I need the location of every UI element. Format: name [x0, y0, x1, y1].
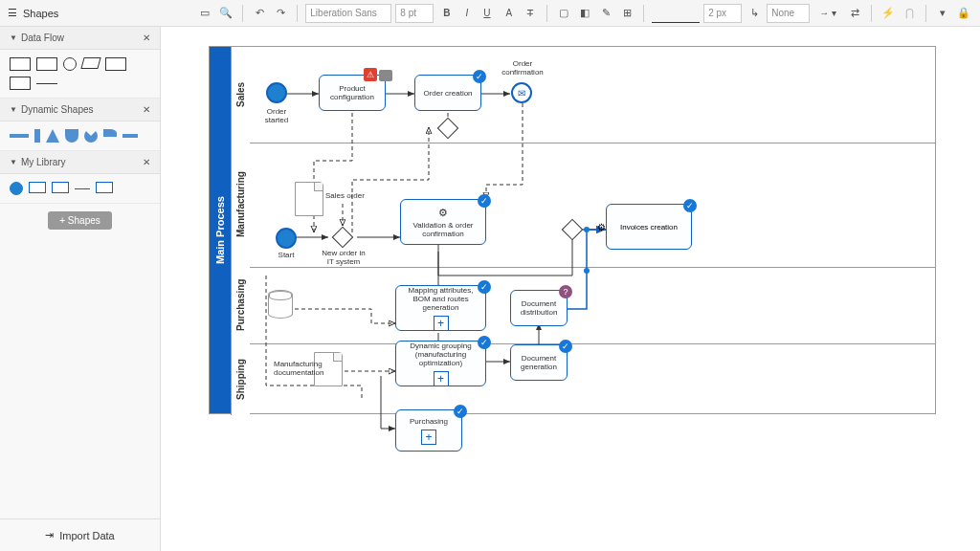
text-color-button[interactable]: A: [501, 4, 519, 23]
lib-circle[interactable]: [10, 182, 23, 195]
shape-rect3[interactable]: [105, 57, 126, 71]
italic-button[interactable]: I: [460, 4, 475, 23]
undo-icon[interactable]: ↶: [251, 5, 268, 22]
panel-my-library-body: [0, 174, 160, 204]
check-icon: ✓: [478, 194, 491, 208]
label-order-confirm: Order confirmation: [499, 59, 546, 77]
app-title-section: ☰ Shapes: [8, 7, 58, 19]
label-sales-order: Sales order: [325, 191, 383, 200]
task-mapping[interactable]: Mapping attributes, BOM and routes gener…: [395, 285, 486, 331]
expand-icon[interactable]: +: [434, 371, 449, 386]
label-order-started: Order started: [253, 107, 301, 124]
task-doc-dist[interactable]: Document distribution ?: [510, 290, 568, 326]
lane-sales: Sales: [231, 47, 250, 143]
task-doc-gen[interactable]: Document generation ✓: [510, 344, 568, 381]
dyn-shape-6[interactable]: [103, 129, 117, 137]
pool-main-header: Main Process: [210, 47, 231, 413]
event-order-started[interactable]: [266, 82, 287, 103]
line-style-select[interactable]: [652, 4, 700, 23]
image-icon[interactable]: ▭: [196, 5, 213, 22]
dyn-shape-3[interactable]: [46, 129, 59, 143]
dropdown-icon[interactable]: ▾: [934, 5, 951, 22]
expand-icon[interactable]: +: [421, 430, 436, 445]
text-box-icon[interactable]: ⊞: [618, 5, 635, 22]
bolt-icon[interactable]: ⚡: [880, 5, 897, 22]
help-badge[interactable]: ?: [559, 285, 572, 298]
close-icon[interactable]: ✕: [143, 104, 150, 115]
lane-shipping: Shipping: [231, 343, 250, 415]
connector-icon[interactable]: ↳: [746, 5, 763, 22]
fill-icon[interactable]: ▢: [555, 5, 572, 22]
menu-icon[interactable]: ☰: [8, 7, 17, 19]
shape-rect[interactable]: [10, 57, 31, 71]
main-toolbar: ☰ Shapes ▭ 🔍 ↶ ↷ B I U A T̶ ▢ ◧ ✎ ⊞ ↳ → …: [0, 0, 980, 27]
dyn-shape-2[interactable]: [34, 129, 40, 143]
check-icon: ✓: [683, 199, 697, 212]
lane-purchasing: Purchasing: [231, 267, 250, 343]
label-start: Start: [262, 251, 310, 259]
underline-button[interactable]: U: [478, 4, 496, 23]
shape-rect2[interactable]: [36, 57, 57, 71]
clear-format-button[interactable]: T̶: [522, 4, 539, 23]
canvas[interactable]: Client Main Process Sales Manufacturing …: [161, 27, 980, 551]
check-icon: ✓: [478, 336, 491, 349]
panel-dynamic-body: [0, 121, 160, 151]
label-new-order: New order in IT system: [320, 249, 368, 266]
font-select[interactable]: [305, 4, 391, 23]
search-icon[interactable]: 🔍: [217, 5, 234, 22]
lib-rect2[interactable]: [52, 182, 69, 193]
dyn-shape-1[interactable]: [10, 134, 29, 138]
task-product-config[interactable]: Product configuration ⚠: [319, 75, 386, 111]
check-icon: ✓: [473, 70, 486, 83]
panel-my-library[interactable]: ▼My Library✕: [0, 151, 160, 174]
bpmn-diagram[interactable]: Client Main Process Sales Manufacturing …: [209, 46, 955, 543]
data-store[interactable]: [268, 290, 293, 319]
task-dynamic-group[interactable]: Dynamic grouping (manufacturing optimiza…: [395, 341, 486, 386]
dyn-shape-7[interactable]: [122, 134, 138, 138]
task-purchasing[interactable]: Purchasing+ ✓: [395, 409, 462, 452]
arrow-end-select[interactable]: → ▾: [813, 4, 842, 23]
close-icon[interactable]: ✕: [143, 157, 150, 167]
bold-button[interactable]: B: [437, 4, 456, 23]
doc-sales-order[interactable]: [295, 182, 323, 216]
sidebar: ▼Data Flow✕ ▼Dynamic Shapes✕ ▼My Library…: [0, 27, 161, 551]
magnet-icon[interactable]: ⋂: [901, 5, 918, 22]
task-invoices-selected[interactable]: Invoices creation ✓ ⚙: [606, 204, 692, 250]
pen-icon[interactable]: ✎: [597, 5, 614, 22]
shape-rect4[interactable]: [10, 77, 31, 90]
import-data-button[interactable]: ⇥ Import Data: [0, 518, 160, 551]
comment-badge[interactable]: [379, 70, 392, 81]
panel-dynamic[interactable]: ▼Dynamic Shapes✕: [0, 99, 160, 121]
lane-manufacturing: Manufacturing: [231, 143, 250, 267]
shape-parallelogram[interactable]: [80, 57, 100, 69]
font-size-input[interactable]: [395, 4, 434, 23]
expand-icon[interactable]: +: [434, 316, 449, 331]
app-title: Shapes: [23, 8, 58, 19]
check-icon: ✓: [478, 280, 491, 294]
event-order-confirm[interactable]: ✉: [511, 82, 532, 103]
redo-icon[interactable]: ↷: [272, 5, 289, 22]
fill-color-icon[interactable]: ◧: [576, 5, 593, 22]
panel-data-flow[interactable]: ▼Data Flow✕: [0, 27, 160, 50]
arrow-start-select[interactable]: [767, 4, 810, 23]
task-validation[interactable]: ⚙Validation & order confirmation ✓: [400, 199, 486, 245]
lib-rect1[interactable]: [29, 182, 46, 193]
check-icon: ✓: [454, 405, 467, 418]
lib-line[interactable]: [75, 188, 90, 189]
event-start[interactable]: [276, 228, 297, 249]
warning-badge[interactable]: ⚠: [364, 68, 377, 81]
dyn-shape-4[interactable]: [65, 129, 78, 143]
label-mfg-doc: Manufacturing documentation: [274, 360, 322, 377]
swap-icon[interactable]: ⇄: [846, 5, 863, 22]
shape-line[interactable]: [36, 83, 57, 84]
dyn-shape-5[interactable]: [84, 129, 98, 143]
panel-data-flow-body: [0, 50, 160, 99]
lib-rect3[interactable]: [96, 182, 113, 193]
add-shapes-button[interactable]: + Shapes: [48, 211, 112, 230]
stroke-width-input[interactable]: [703, 4, 742, 23]
lock-icon[interactable]: 🔒: [955, 5, 972, 22]
shape-circle[interactable]: [63, 57, 77, 71]
close-icon[interactable]: ✕: [143, 33, 150, 43]
check-icon: ✓: [559, 340, 572, 353]
task-order-creation[interactable]: Order creation ✓: [414, 75, 481, 111]
